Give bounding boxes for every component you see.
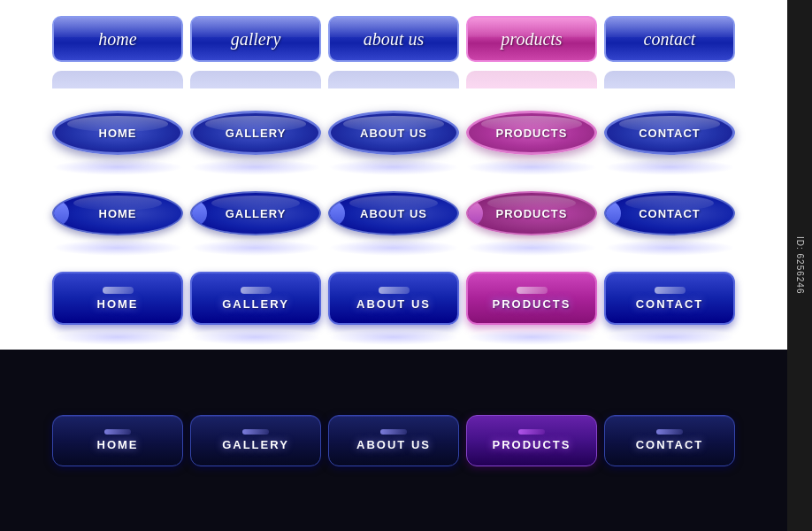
nav-products-r5[interactable]: PRODUCTS [466,415,597,466]
grunge-indicator-r4 [379,287,410,294]
indicator-pink-r3 [466,200,483,227]
shadow-r4 [466,329,597,345]
row1-reflection [0,71,787,102]
shadow-r3 [466,240,597,256]
nav-products-r3[interactable]: PRODUCTS [466,191,597,235]
dark-indicator-pink-r5 [518,429,545,435]
nav-contact-r3[interactable]: CONTACT [604,191,735,235]
nav-products-r4[interactable]: PRODUCTS [466,272,597,325]
sidebar-id: ID: 6256246 [787,0,812,531]
shadow-r4 [190,329,321,345]
row3-reflection [0,240,787,265]
dark-background-section: HOME GALLERY ABOUT US PRODUCTS CONTACT [0,350,787,531]
main-content: home gallery about us products contact H… [0,0,787,531]
grunge-indicator-pink-r4 [517,287,548,294]
grunge-indicator-r4 [241,287,272,294]
shadow-r4 [604,329,735,345]
nav-gallery-r4[interactable]: GALLERY [190,272,321,325]
shadow-r4 [328,329,459,345]
reflect-aboutus-r1 [328,71,459,88]
nav-home-r2[interactable]: HOME [52,111,183,155]
button-row-2: HOME GALLERY ABOUT US PRODUCTS CONTACT [0,102,787,159]
dark-indicator-r5 [104,429,131,435]
nav-aboutus-r1[interactable]: about us [328,16,459,62]
reflect-home-r1 [52,71,183,88]
nav-contact-r2[interactable]: CONTACT [604,111,735,155]
nav-gallery-r5[interactable]: GALLERY [190,415,321,466]
reflect-products-r1 [466,71,597,88]
nav-aboutus-r3[interactable]: ABOUT US [328,191,459,235]
grunge-indicator-r4 [103,287,134,294]
nav-gallery-r2[interactable]: GALLERY [190,111,321,155]
nav-contact-r4[interactable]: CONTACT [604,272,735,325]
row2-reflection [0,159,787,184]
shadow-r3 [604,240,735,256]
dark-indicator-r5 [656,429,683,435]
shadow-r3 [190,240,321,256]
nav-aboutus-r5[interactable]: ABOUT US [328,415,459,466]
indicator-r3 [52,200,69,227]
dark-indicator-r5 [242,429,269,435]
nav-contact-r5[interactable]: CONTACT [604,415,735,466]
nav-aboutus-r4[interactable]: ABOUT US [328,272,459,325]
nav-home-r1[interactable]: home [52,16,183,62]
row4-reflection [0,329,787,350]
shadow-r2 [328,159,459,175]
shadow-r3 [328,240,459,256]
shadow-r2 [190,159,321,175]
shadow-r2 [466,159,597,175]
nav-products-r1[interactable]: products [466,16,597,62]
dark-indicator-r5 [380,429,407,435]
nav-home-r4[interactable]: HOME [52,272,183,325]
button-row-3: HOME GALLERY ABOUT US PRODUCTS CONTACT [0,184,787,240]
nav-contact-r1[interactable]: contact [604,16,735,62]
shadow-r3 [52,240,183,256]
nav-products-r2[interactable]: PRODUCTS [466,111,597,155]
indicator-r3 [328,200,345,227]
nav-aboutus-r2[interactable]: ABOUT US [328,111,459,155]
nav-gallery-r1[interactable]: gallery [190,16,321,62]
nav-home-r3[interactable]: HOME [52,191,183,235]
nav-gallery-r3[interactable]: GALLERY [190,191,321,235]
indicator-r3 [604,200,621,227]
shadow-r2 [604,159,735,175]
reflect-contact-r1 [604,71,735,88]
grunge-indicator-r4 [655,287,686,294]
shadow-r2 [52,159,183,175]
shadow-r4 [52,329,183,345]
nav-home-r5[interactable]: HOME [52,415,183,466]
indicator-r3 [190,200,207,227]
button-row-4: HOME GALLERY ABOUT US PRODUCTS CONTACT [0,265,787,329]
reflect-gallery-r1 [190,71,321,88]
button-row-5: HOME GALLERY ABOUT US PRODUCTS CONTACT [9,411,778,471]
button-row-1: home gallery about us products contact [0,0,787,71]
